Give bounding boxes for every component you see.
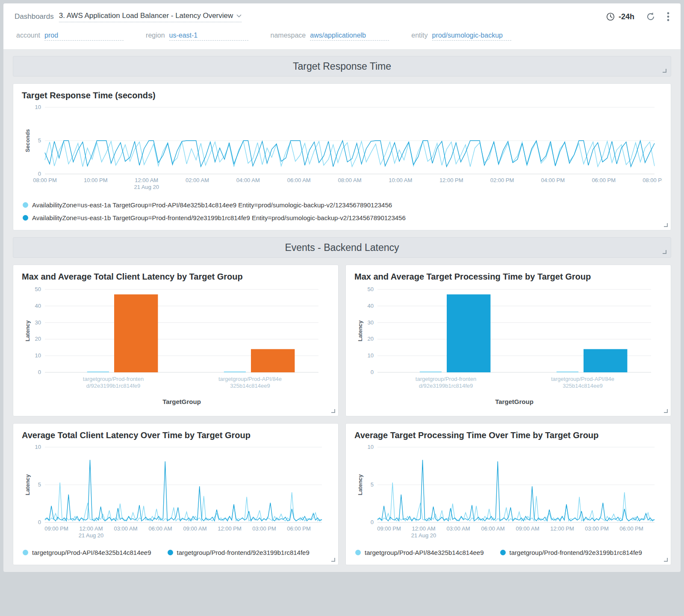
legend-label: targetgroup/Prod-frontend/92e3199b1rc814… — [177, 549, 310, 556]
svg-text:12:00 PM: 12:00 PM — [550, 525, 574, 532]
svg-text:08:00 AM: 08:00 AM — [338, 177, 362, 183]
panel-max-avg-processing-time: Max and Average Target Processing Time b… — [345, 265, 671, 416]
dashboard-app: Dashboards 3. AWS Application Load Balan… — [3, 3, 681, 572]
legend-item[interactable]: AvailabilityZone=us-east-1a TargetGroup=… — [23, 201, 661, 209]
chart-legend: targetgroup/Prod-API/84e325b14c814ee9tar… — [22, 546, 330, 559]
svg-text:40: 40 — [35, 303, 41, 309]
chevron-down-icon — [236, 14, 242, 18]
svg-text:03:00 AM: 03:00 AM — [114, 525, 138, 532]
svg-text:Latency: Latency — [24, 474, 31, 495]
svg-text:Seconds: Seconds — [24, 129, 31, 152]
filter-label: region — [146, 32, 165, 39]
svg-text:06:00 AM: 06:00 AM — [287, 177, 311, 183]
legend-label: AvailabilityZone=us-east-1a TargetGroup=… — [32, 201, 392, 209]
filter-entity-value[interactable]: prod/sumologic-backup — [432, 32, 511, 41]
svg-text:03:00 PM: 03:00 PM — [585, 525, 609, 532]
svg-text:50: 50 — [35, 286, 41, 292]
svg-text:21 Aug 20: 21 Aug 20 — [411, 532, 436, 539]
panel-avg-processing-time-over-time: Average Target Processing Time Over Time… — [345, 423, 671, 565]
time-range-label: -24h — [619, 12, 634, 21]
svg-text:09:00 AM: 09:00 AM — [516, 525, 540, 532]
kebab-menu-icon — [667, 12, 669, 22]
svg-text:06:00 PM: 06:00 PM — [592, 177, 616, 183]
target-response-time-line-chart: 0510Seconds08:00 PM10:00 PM12:00 AM21 Au… — [22, 104, 662, 195]
filter-entity: entity prod/sumologic-backup — [411, 32, 511, 41]
section-title: Target Response Time — [293, 61, 391, 72]
svg-text:5: 5 — [38, 137, 41, 144]
legend-label: AvailabilityZone=us-east-1b TargetGroup=… — [32, 214, 406, 221]
svg-text:10:00 AM: 10:00 AM — [389, 177, 412, 183]
resize-handle[interactable] — [331, 409, 335, 413]
resize-handle[interactable] — [664, 223, 668, 227]
resize-handle[interactable] — [664, 409, 668, 413]
svg-text:21 Aug 20: 21 Aug 20 — [134, 184, 159, 190]
filter-namespace-value[interactable]: aws/applicationelb — [310, 32, 389, 41]
section-title: Events - Backend Latency — [285, 242, 399, 253]
svg-text:30: 30 — [35, 319, 41, 326]
section-header-target-response-time: Target Response Time — [13, 56, 671, 77]
svg-text:09:00 PM: 09:00 PM — [44, 525, 68, 532]
svg-text:10: 10 — [35, 444, 41, 450]
legend-item[interactable]: AvailabilityZone=us-east-1b TargetGroup=… — [23, 214, 661, 221]
legend-item[interactable]: targetgroup/Prod-frontend/92e3199b1rc814… — [500, 549, 642, 556]
svg-text:02:00 PM: 02:00 PM — [490, 177, 514, 183]
svg-text:325b14c814ee9: 325b14c814ee9 — [230, 383, 270, 389]
svg-text:50: 50 — [368, 286, 374, 292]
svg-text:targetgroup/Prod-fronten: targetgroup/Prod-fronten — [83, 376, 144, 382]
svg-text:20: 20 — [35, 336, 41, 342]
filter-account: account prod — [16, 32, 124, 41]
svg-text:TargetGroup: TargetGroup — [495, 398, 534, 405]
expand-icon[interactable] — [663, 250, 666, 254]
resize-handle[interactable] — [331, 558, 335, 562]
svg-text:0: 0 — [38, 369, 41, 375]
svg-text:TargetGroup: TargetGroup — [162, 398, 201, 405]
clock-icon — [606, 12, 615, 21]
legend-label: targetgroup/Prod-API/84e325b14c814ee9 — [32, 549, 151, 556]
svg-text:21 Aug 20: 21 Aug 20 — [79, 532, 104, 539]
svg-text:0: 0 — [38, 171, 41, 177]
svg-text:06:00 PM: 06:00 PM — [619, 525, 643, 532]
svg-text:12:00 AM: 12:00 AM — [135, 177, 158, 183]
legend-label: targetgroup/Prod-frontend/92e3199b1rc814… — [510, 549, 642, 556]
filter-namespace: namespace aws/applicationelb — [271, 32, 389, 41]
svg-text:0: 0 — [371, 369, 374, 375]
panel-max-avg-client-latency: Max and Average Total Client Latency by … — [13, 265, 339, 416]
svg-text:03:00 AM: 03:00 AM — [447, 525, 470, 532]
processing-time-bar-chart: 01020304050Latencytargetgroup/Prod-front… — [354, 285, 662, 410]
top-bar: Dashboards 3. AWS Application Load Balan… — [3, 3, 681, 30]
time-range-control[interactable]: -24h — [606, 12, 634, 21]
svg-text:04:00 AM: 04:00 AM — [236, 177, 260, 183]
dashboard-content: Target Response Time Target Response Tim… — [3, 49, 681, 569]
expand-icon[interactable] — [663, 69, 666, 73]
svg-text:30: 30 — [368, 319, 374, 326]
legend-color-dot — [23, 215, 28, 221]
breadcrumb[interactable]: Dashboards — [15, 12, 54, 21]
svg-text:40: 40 — [368, 303, 374, 309]
chart-legend: AvailabilityZone=us-east-1a TargetGroup=… — [22, 199, 662, 224]
dashboard-title-dropdown[interactable]: 3. AWS Application Load Balancer - Laten… — [59, 12, 242, 22]
filter-region-value[interactable]: us-east-1 — [169, 32, 248, 41]
svg-text:06:00 PM: 06:00 PM — [287, 525, 311, 532]
svg-text:5: 5 — [38, 481, 41, 488]
svg-text:10: 10 — [35, 352, 41, 359]
svg-text:09:00 PM: 09:00 PM — [377, 525, 401, 532]
svg-text:12:00 AM: 12:00 AM — [412, 525, 436, 532]
refresh-button[interactable] — [646, 12, 656, 22]
panel-avg-client-latency-over-time: Average Total Client Latency Over Time b… — [13, 423, 339, 565]
panel-title: Average Total Client Latency Over Time b… — [22, 430, 330, 440]
panel-target-response-time: Target Response Time (seconds) 0510Secon… — [13, 83, 671, 230]
resize-handle[interactable] — [664, 558, 668, 562]
svg-text:20: 20 — [368, 336, 374, 342]
filter-account-value[interactable]: prod — [44, 32, 124, 41]
svg-text:325b14c814ee9: 325b14c814ee9 — [563, 383, 602, 389]
svg-text:03:00 PM: 03:00 PM — [252, 525, 276, 532]
filter-region: region us-east-1 — [146, 32, 248, 41]
legend-item[interactable]: targetgroup/Prod-API/84e325b14c814ee9 — [23, 549, 151, 556]
svg-text:10:00 PM: 10:00 PM — [84, 177, 108, 183]
filter-label: account — [16, 32, 40, 39]
page-title: 3. AWS Application Load Balancer - Laten… — [59, 12, 233, 20]
legend-item[interactable]: targetgroup/Prod-frontend/92e3199b1rc814… — [168, 549, 310, 556]
more-options-button[interactable] — [667, 12, 669, 22]
legend-item[interactable]: targetgroup/Prod-API/84e325b14c814ee9 — [355, 549, 484, 556]
svg-text:12:00 PM: 12:00 PM — [218, 525, 242, 532]
